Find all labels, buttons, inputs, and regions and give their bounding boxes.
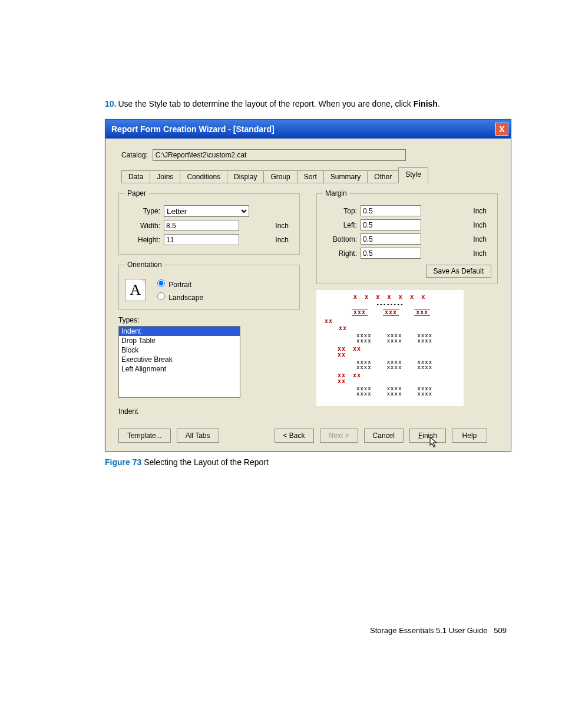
margin-bottom-unit: Inch bbox=[473, 235, 491, 243]
list-item[interactable]: Drop Table bbox=[119, 336, 240, 345]
paper-height-unit: Inch bbox=[275, 236, 293, 244]
margin-right-label: Right: bbox=[323, 249, 357, 258]
types-listbox[interactable]: Indent Drop Table Block Executive Break … bbox=[118, 326, 240, 398]
figure-caption: Figure 73 Selecting the Layout of the Re… bbox=[105, 457, 509, 467]
step-instruction: 10.Use the Style tab to determine the la… bbox=[105, 99, 509, 108]
paper-group: Paper Type: Letter Width: Inch bbox=[118, 189, 300, 255]
margin-bottom-label: Bottom: bbox=[323, 235, 357, 243]
tab-sort[interactable]: Sort bbox=[297, 170, 324, 183]
paper-width-input[interactable] bbox=[164, 220, 239, 231]
cursor-icon bbox=[429, 436, 439, 449]
margin-right-input[interactable] bbox=[361, 248, 421, 259]
paper-type-select[interactable]: Letter bbox=[164, 205, 249, 217]
paper-type-label: Type: bbox=[125, 207, 160, 215]
margin-bottom-input[interactable] bbox=[361, 233, 421, 245]
landscape-radio[interactable]: Landscape bbox=[154, 291, 203, 302]
tab-joins[interactable]: Joins bbox=[150, 170, 180, 183]
tab-display[interactable]: Display bbox=[227, 170, 264, 183]
margin-left-unit: Inch bbox=[473, 221, 491, 229]
dialog-window: Report Form Creation Wizard - [Standard]… bbox=[105, 119, 511, 452]
step-number: 10. bbox=[105, 99, 116, 108]
margin-right-unit: Inch bbox=[473, 249, 491, 258]
back-button[interactable]: < Back bbox=[275, 429, 314, 443]
paper-width-label: Width: bbox=[125, 222, 160, 230]
types-label: Types: bbox=[118, 316, 300, 324]
next-button: Next > bbox=[320, 429, 358, 443]
tab-style[interactable]: Style bbox=[398, 167, 428, 183]
tab-conditions[interactable]: Conditions bbox=[180, 170, 227, 183]
orientation-icon: A bbox=[125, 279, 146, 301]
finish-button[interactable]: Finish bbox=[409, 429, 446, 443]
catalog-input[interactable] bbox=[153, 149, 406, 161]
tab-data[interactable]: Data bbox=[121, 170, 150, 183]
portrait-radio[interactable]: Portrait bbox=[154, 278, 203, 289]
margin-top-input[interactable] bbox=[361, 205, 421, 216]
close-icon[interactable]: X bbox=[495, 123, 508, 136]
tab-group[interactable]: Group bbox=[263, 170, 297, 183]
window-title: Report Form Creation Wizard - [Standard] bbox=[111, 124, 275, 134]
layout-preview: x x x x x x x -------- xxxxxxxxx xx xx x… bbox=[316, 290, 464, 406]
margin-top-label: Top: bbox=[323, 207, 357, 215]
template-button[interactable]: Template... bbox=[118, 429, 171, 443]
list-item[interactable]: Left Alignment bbox=[119, 364, 240, 374]
titlebar: Report Form Creation Wizard - [Standard]… bbox=[105, 120, 511, 139]
margin-top-unit: Inch bbox=[473, 207, 491, 215]
list-item[interactable]: Indent bbox=[119, 327, 240, 336]
margin-group: Margin Top: Inch Left: Inch bbox=[316, 189, 498, 284]
margin-left-input[interactable] bbox=[361, 219, 421, 230]
paper-width-unit: Inch bbox=[275, 222, 293, 230]
save-as-default-button[interactable]: Save As Default bbox=[426, 265, 491, 278]
orientation-group: Orientation A Portrait Landscape bbox=[118, 261, 300, 310]
cancel-button[interactable]: Cancel bbox=[364, 429, 404, 443]
paper-height-input[interactable] bbox=[164, 234, 239, 245]
paper-height-label: Height: bbox=[125, 236, 160, 244]
page-footer: Storage Essentials 5.1 User Guide 509 bbox=[105, 626, 509, 635]
tab-bar: Data Joins Conditions Display Group Sort… bbox=[118, 170, 498, 183]
selected-type-label: Indent bbox=[118, 407, 300, 416]
margin-left-label: Left: bbox=[323, 221, 357, 229]
list-item[interactable]: Executive Break bbox=[119, 355, 240, 364]
tab-other[interactable]: Other bbox=[367, 170, 399, 183]
tab-summary[interactable]: Summary bbox=[323, 170, 368, 183]
catalog-label: Catalog: bbox=[121, 151, 148, 159]
all-tabs-button[interactable]: All Tabs bbox=[177, 429, 219, 443]
list-item[interactable]: Block bbox=[119, 345, 240, 355]
help-button[interactable]: Help bbox=[452, 429, 487, 443]
